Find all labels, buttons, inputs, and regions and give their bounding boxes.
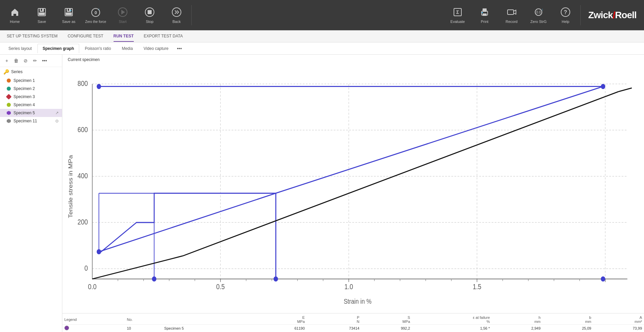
panel-actions: + 🗑 ⊘ ✏ ••• — [0, 55, 62, 67]
specimen-3-item[interactable]: Specimen 3 — [0, 93, 62, 101]
print-button[interactable]: Print — [471, 2, 498, 29]
save-as-icon: + — [63, 6, 75, 18]
svg-marker-13 — [121, 10, 125, 14]
main-content: + 🗑 ⊘ ✏ ••• 🔑 Series Specimen 1 Specimen… — [0, 55, 644, 332]
chart-svg: 0 200 400 600 800 Tensile stress in MPa … — [66, 63, 641, 310]
sub-tab-media[interactable]: Media — [117, 44, 138, 53]
zero-force-button[interactable]: 0 ↓ Zero the force — [82, 2, 109, 29]
tab-export[interactable]: EXPORT TEST DATA — [144, 31, 183, 42]
specimen-2-name: Specimen 2 — [13, 86, 35, 91]
data-row: 10 Specimen 5 61190 73414 992,2 1,56 * 2… — [62, 325, 644, 332]
record-label: Record — [505, 20, 517, 24]
col-e: EMPa — [252, 315, 307, 325]
specimen-4-item[interactable]: Specimen 4 — [0, 101, 62, 109]
specimen-4-dot — [7, 103, 11, 107]
svg-rect-15 — [148, 10, 152, 14]
sub-tabs-bar: Series layout Specimen graph Poisson's r… — [0, 42, 644, 55]
svg-text:600: 600 — [78, 126, 88, 134]
row-b: 25,09 — [543, 325, 593, 332]
specimen-5-item[interactable]: Specimen 5 ↗ — [0, 109, 62, 117]
svg-point-77 — [97, 249, 101, 254]
specimen-1-item[interactable]: Specimen 1 — [0, 77, 62, 85]
evaluate-label: Evaluate — [451, 20, 465, 24]
add-button[interactable]: + — [3, 57, 11, 65]
specimen-11-item[interactable]: Specimen 11 ⊙ — [0, 117, 62, 125]
col-a: Amm² — [593, 315, 644, 325]
col-epsilon: ε at failure% — [412, 315, 492, 325]
specimen-5-name: Specimen 5 — [13, 111, 35, 115]
svg-rect-22 — [482, 12, 483, 13]
help-label: Help — [562, 20, 570, 24]
row-p: 73414 — [307, 325, 361, 332]
specimen-2-dot — [7, 87, 11, 91]
svg-rect-3 — [41, 9, 42, 11]
svg-text:Σ: Σ — [456, 9, 459, 15]
col-b: bmm — [543, 315, 593, 325]
tab-run[interactable]: RUN TEST — [114, 31, 134, 42]
more-tabs-button[interactable]: ••• — [174, 44, 185, 53]
svg-point-79 — [274, 276, 278, 281]
save-button[interactable]: Save — [28, 2, 55, 29]
zero-strg-label: Zero StrG — [530, 20, 547, 24]
specimen-11-name: Specimen 11 — [13, 119, 37, 123]
save-as-label: Save as — [62, 20, 75, 24]
more-button[interactable]: ••• — [40, 57, 49, 65]
left-panel: + 🗑 ⊘ ✏ ••• 🔑 Series Specimen 1 Specimen… — [0, 55, 62, 332]
start-label: Start — [119, 20, 126, 24]
specimen-2-item[interactable]: Specimen 2 — [0, 85, 62, 93]
record-button[interactable]: Record — [498, 2, 525, 29]
row-specimen: Specimen 5 — [162, 325, 252, 332]
evaluate-button[interactable]: Σ Evaluate — [444, 2, 471, 29]
back-button[interactable]: Back — [163, 2, 190, 29]
delete-button[interactable]: 🗑 — [12, 57, 20, 65]
home-button[interactable]: Home — [1, 2, 28, 29]
start-icon — [117, 6, 129, 18]
specimen-11-icon: ⊙ — [55, 119, 59, 123]
save-icon — [36, 6, 48, 18]
disable-button[interactable]: ⊘ — [22, 57, 30, 65]
series-header[interactable]: 🔑 Series — [0, 67, 62, 77]
chart-container[interactable]: 0 200 400 600 800 Tensile stress in MPa … — [66, 63, 641, 310]
stop-icon — [144, 6, 156, 18]
zero-strg-icon: 0.0 ↓ — [532, 6, 545, 18]
stop-button[interactable]: Stop — [136, 2, 163, 29]
sub-tab-specimen-graph[interactable]: Specimen graph — [37, 44, 79, 53]
print-icon — [479, 6, 491, 18]
save-as-button[interactable]: + Save as — [55, 2, 82, 29]
col-no1: No. — [125, 315, 162, 325]
save-label: Save — [37, 20, 46, 24]
zero-strg-button[interactable]: 0.0 ↓ Zero StrG — [525, 2, 552, 29]
svg-rect-20 — [483, 8, 487, 12]
row-no1: 10 — [125, 325, 162, 332]
brand-name1: Zwick — [588, 10, 613, 21]
toolbar-separator-2 — [580, 5, 581, 25]
sub-tab-video-capture[interactable]: Video capture — [139, 44, 174, 53]
svg-rect-2 — [39, 12, 45, 15]
chart-area: Current specimen — [62, 55, 644, 332]
svg-text:1.0: 1.0 — [344, 283, 353, 291]
zero-force-icon: 0 ↓ — [90, 6, 102, 19]
specimen-3-dot — [6, 94, 12, 100]
data-table-area: Legend No. EMPa PN SMPa ε at failure% hm… — [62, 313, 644, 332]
edit-button[interactable]: ✏ — [31, 57, 39, 65]
sub-tab-series-layout[interactable]: Series layout — [3, 44, 37, 53]
tab-setup[interactable]: SET UP TESTING SYSTEM — [7, 31, 58, 42]
svg-point-80 — [601, 276, 605, 281]
toolbar-separator-1 — [191, 5, 192, 25]
chart-title: Current specimen — [62, 55, 644, 63]
series-key-icon: 🔑 — [3, 69, 9, 74]
specimen-1-dot — [7, 79, 11, 83]
sub-tab-poissons[interactable]: Poisson's ratio — [80, 44, 116, 53]
specimen-5-icon: ↗ — [55, 111, 59, 115]
tab-configure[interactable]: CONFIGURE TEST — [68, 31, 103, 42]
col-h: hmm — [492, 315, 543, 325]
toolbar-right: Σ Evaluate Print — [444, 2, 643, 29]
back-label: Back — [173, 20, 181, 24]
specimen-5-dot — [7, 111, 11, 115]
col-s: SMPa — [361, 315, 412, 325]
home-icon — [9, 6, 21, 18]
row-legend — [62, 325, 125, 332]
help-button[interactable]: ? Help — [552, 2, 579, 29]
svg-marker-24 — [514, 10, 516, 14]
svg-text:800: 800 — [78, 80, 88, 88]
